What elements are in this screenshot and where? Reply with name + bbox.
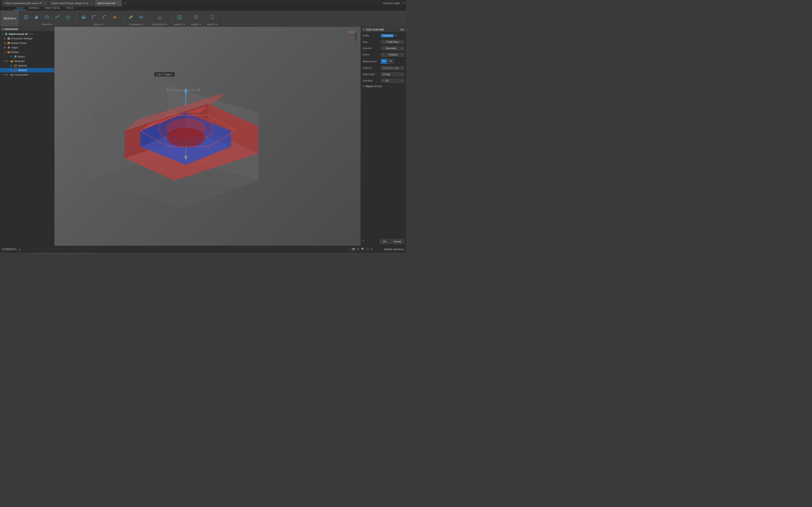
new-tab-button[interactable]: + (122, 1, 128, 5)
toolbar-group-assemble: ASSEMBLE ▾ (124, 10, 148, 26)
tab-3-close[interactable]: ✕ (117, 2, 119, 4)
btn-sweep[interactable] (52, 13, 62, 21)
btn-joint[interactable] (136, 13, 146, 21)
tl-item-5[interactable] (49, 253, 53, 254)
ef-distance-dropdown[interactable]: ( 5.75 / 2 ) * 1 mm ▾ (381, 66, 404, 70)
joint-icon (138, 14, 144, 20)
view-cube-icon[interactable]: ⬡ (366, 247, 369, 251)
tree-item-construction[interactable]: ▶ 👁 Construction (0, 72, 54, 77)
tl-prev-start[interactable]: ⏮ (1, 253, 5, 254)
tl-item-7[interactable] (59, 253, 63, 254)
btn-fillet[interactable] (89, 13, 99, 21)
ef-profile-clear[interactable]: ✕ (395, 34, 397, 37)
chamfer-icon (101, 14, 108, 20)
tl-item-12[interactable] (84, 253, 88, 254)
body1-vis-icon[interactable]: 👁 (10, 55, 12, 58)
ef-taper-dropdown[interactable]: 0.0 deg ▾ (381, 72, 404, 76)
root-visibility-icon[interactable]: 👁 (31, 33, 33, 35)
tree-item-sketches[interactable]: ▼ 👁 Sketches (0, 59, 54, 63)
btn-assemble[interactable] (126, 13, 136, 21)
comments-collapse-icon[interactable]: ▲ (18, 248, 20, 250)
tab-surface[interactable]: SURFACE (26, 6, 42, 10)
ef-extent-dropdown[interactable]: |←→| Distance ▾ (381, 53, 404, 57)
btn-select[interactable] (207, 13, 217, 21)
design-menu[interactable]: DESIGN ▾ (1, 10, 19, 26)
sketches-vis-icon[interactable]: 👁 (6, 60, 9, 62)
viewport[interactable]: ( / 2 ) * 1 mm ▾ BACK N (54, 27, 361, 246)
tl-item-10[interactable] (73, 253, 78, 254)
btn-inspect[interactable] (174, 13, 185, 21)
insert-icon (193, 14, 199, 20)
tab-tools[interactable]: TOOLS (63, 6, 76, 10)
display-icon[interactable]: ☐ (370, 247, 373, 251)
tl-item-13[interactable] (89, 253, 93, 254)
tl-item-4[interactable] (44, 253, 48, 254)
ef-cancel-button[interactable]: Cancel (391, 239, 404, 244)
svg-rect-32 (7, 42, 10, 44)
tl-item-8[interactable] (64, 253, 68, 254)
ef-row-extent: Extent |←→| Distance ▾ (361, 52, 406, 58)
sketch1-vis-icon[interactable]: 👁 (10, 64, 12, 67)
btn-extrude[interactable] (32, 13, 42, 21)
tree-item-named-views[interactable]: ▶ Named Views (0, 41, 54, 45)
tl-item-11[interactable] (79, 253, 83, 254)
tab-2[interactable]: Tripod Head Tension Hinge v2 v5 ✕ (49, 0, 95, 6)
zoom-icon[interactable]: 🔍 (361, 247, 364, 251)
ef-direction-dropdown[interactable]: ↔ Symmetric ▾ (381, 46, 404, 50)
browser-menu-icon[interactable]: ⋯ (50, 27, 52, 31)
tl-item-9[interactable] (69, 253, 73, 254)
btn-chamfer[interactable] (99, 13, 109, 21)
sketches-icon (10, 59, 14, 63)
tl-prev[interactable]: ⏪ (6, 253, 11, 254)
tree-item-doc-settings[interactable]: ▶ Document Settings (0, 36, 54, 41)
tl-next[interactable]: ⏩ (17, 253, 22, 254)
viewcube[interactable]: BACK N (341, 29, 359, 47)
ef-operation-dropdown[interactable]: ✂ Cut ▾ (381, 79, 404, 82)
tree-item-sketch1[interactable]: ▶ 👁 Sketch1 (0, 63, 54, 68)
tl-item-1[interactable] (29, 253, 33, 254)
tl-next-end[interactable]: ⏭ (23, 253, 28, 254)
ef-label-operation: Operation (363, 79, 381, 82)
tree-arrow-doc: ▶ (4, 37, 6, 40)
tab-sheet-metal[interactable]: SHEET METAL (42, 6, 63, 10)
tree-item-bodies[interactable]: ▼ Bodies (0, 50, 54, 54)
ef-ok-button[interactable]: OK (380, 239, 389, 244)
tab-1-close[interactable]: ✕ (44, 2, 46, 4)
btn-loft[interactable] (63, 13, 73, 21)
tl-play[interactable]: ▶ (12, 253, 16, 254)
ef-profile-badge[interactable]: 4 selected (381, 34, 394, 37)
browser-collapse-icon[interactable]: ◀ (2, 27, 4, 31)
tab-2-close[interactable]: ✕ (90, 2, 92, 4)
tree-item-body1[interactable]: ▶ 👁 Body1 (0, 54, 54, 59)
btn-fx[interactable]: fx (110, 13, 120, 21)
ef-start-dropdown[interactable]: |← Profile Plane ▾ (381, 40, 404, 44)
viewport-background (54, 27, 361, 246)
ef-meas-btn-2[interactable] (388, 59, 394, 64)
btn-insert[interactable] (191, 13, 201, 21)
ef-meas-btn-1[interactable] (381, 59, 387, 64)
camera-icon[interactable]: 📷 (352, 247, 355, 251)
tab-solid[interactable]: SOLID (14, 6, 26, 10)
tl-item-2[interactable] (34, 253, 38, 254)
tl-item-6[interactable] (54, 253, 58, 254)
ef-objects-to-cut[interactable]: ▶ Objects To Cut (361, 84, 406, 89)
ef-collapse-icon[interactable]: ▶▶ (401, 28, 404, 31)
btn-revolve[interactable] (42, 13, 52, 21)
tl-item-3[interactable] (39, 253, 43, 254)
orbit-icon[interactable]: ↻ (357, 247, 359, 251)
home-icon[interactable]: ⌂ (348, 247, 350, 251)
btn-press-pull[interactable] (79, 13, 89, 21)
tab-1[interactable]: Tripod Hyperboloid with screw v3* ✕ (2, 0, 49, 6)
sketch2-vis-icon[interactable]: 👁 (10, 69, 12, 71)
tree-item-root[interactable]: ▼ tripod mount v8 ⚙ 👁 (0, 32, 54, 36)
root-settings-icon[interactable]: ⚙ (28, 33, 30, 35)
tooltip-dropdown[interactable]: ▾ (171, 73, 173, 76)
construction-vis-icon[interactable]: 👁 (6, 73, 9, 76)
btn-construct[interactable] (155, 13, 165, 21)
tree-item-sketch2[interactable]: ▶ 👁 Sketch2 (0, 68, 54, 72)
btn-new-component[interactable] (21, 13, 31, 21)
browser-panel: ◀ BROWSER ⋯ ▼ tripod mount v8 ⚙ 👁 ▶ Docu… (0, 27, 54, 246)
tab-3[interactable]: tripod mount v8* ✕ (95, 0, 122, 6)
help-icon[interactable]: ? (403, 2, 404, 5)
tree-item-origin[interactable]: ▶ Origin (0, 45, 54, 50)
